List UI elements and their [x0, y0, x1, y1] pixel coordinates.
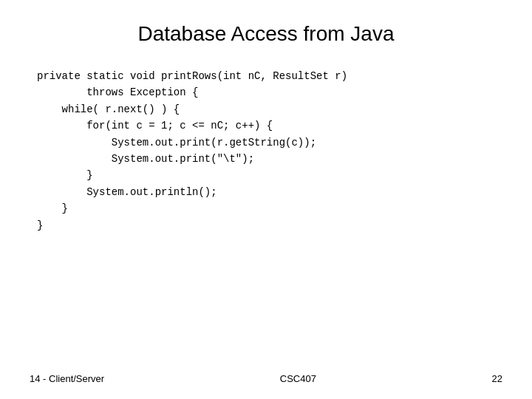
- footer-right: 22: [492, 373, 502, 384]
- slide-title: Database Access from Java: [30, 22, 502, 46]
- code-block: private static void printRows(int nC, Re…: [30, 68, 502, 233]
- footer-center: CSC407: [280, 373, 316, 384]
- slide: Database Access from Java private static…: [0, 0, 532, 399]
- footer: 14 - Client/Server CSC407 22: [0, 373, 532, 384]
- footer-left: 14 - Client/Server: [30, 373, 104, 384]
